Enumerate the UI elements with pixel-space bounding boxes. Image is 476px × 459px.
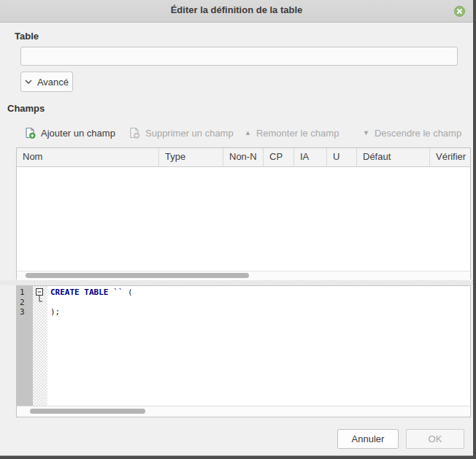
cancel-button[interactable]: Annuler (337, 429, 399, 449)
sql-editor-line-numbers: 1 2 3 (17, 286, 33, 406)
sql-editor-fold-margin (33, 286, 47, 406)
ok-label: OK (429, 433, 442, 444)
line-number: 3 (20, 307, 33, 317)
column-header-cp[interactable]: CP (264, 148, 294, 166)
fields-grid-body (17, 167, 470, 271)
document-plus-icon (24, 127, 36, 139)
fields-grid: Nom Type Non-N CP IA U Défaut Vérifier (16, 147, 471, 279)
fields-grid-hscrollbar (17, 271, 470, 280)
sql-editor-hscrollbar-thumb[interactable] (30, 409, 145, 414)
table-name-input[interactable] (20, 47, 458, 66)
dialog-title: Éditer la définition de la table (0, 4, 473, 15)
move-field-up-button[interactable]: ▲ Remonter le champ (245, 125, 339, 141)
column-header-nonnull[interactable]: Non-N (223, 148, 264, 166)
add-field-label: Ajouter un champ (41, 128, 115, 139)
remove-field-button[interactable]: Supprimer un champ (128, 125, 234, 141)
column-header-verifier[interactable]: Vérifier (430, 148, 470, 166)
add-field-button[interactable]: Ajouter un champ (24, 125, 115, 141)
line-number: 1 (20, 288, 33, 298)
move-field-down-button[interactable]: ▼ Descendre le champ (363, 125, 461, 141)
chevron-down-icon (25, 80, 32, 84)
fields-grid-hscrollbar-thumb[interactable] (26, 273, 249, 278)
sql-editor-hscrollbar (17, 406, 470, 417)
column-header-ia[interactable]: IA (294, 148, 327, 166)
fields-section-label: Champs (7, 103, 45, 114)
advanced-label: Avancé (37, 77, 69, 88)
triangle-down-icon: ▼ (363, 130, 369, 136)
splitter-handle[interactable] (0, 280, 473, 285)
table-name-label: Table (15, 31, 39, 42)
advanced-toggle-button[interactable]: Avancé (20, 72, 73, 92)
fields-grid-header: Nom Type Non-N CP IA U Défaut Vérifier (17, 148, 470, 167)
fold-minus-box-icon[interactable] (33, 286, 47, 308)
triangle-up-icon: ▲ (245, 130, 251, 136)
close-icon (457, 9, 462, 14)
document-minus-icon (128, 127, 140, 139)
sql-keyword: CREATE TABLE (50, 288, 108, 297)
titlebar[interactable]: Éditer la définition de la table (0, 0, 473, 23)
sql-editor-code-area[interactable]: CREATE TABLE `` ( ); (47, 286, 470, 406)
column-header-type[interactable]: Type (159, 148, 223, 166)
column-header-u[interactable]: U (327, 148, 357, 166)
column-header-nom[interactable]: Nom (17, 148, 159, 166)
column-header-defaut[interactable]: Défaut (357, 148, 430, 166)
move-field-down-label: Descendre le champ (375, 128, 461, 139)
line-number: 2 (20, 298, 33, 308)
sql-identifier-ticks: `` (108, 288, 128, 297)
sql-editor: 1 2 3 CREATE TABLE `` ( ); (16, 285, 471, 417)
remove-field-label: Supprimer un champ (145, 128, 234, 139)
close-button[interactable] (454, 6, 465, 17)
sql-open-paren: ( (128, 288, 133, 297)
ok-button[interactable]: OK (406, 429, 464, 449)
move-field-up-label: Remonter le champ (256, 128, 339, 139)
edit-table-definition-dialog: Éditer la définition de la table Table A… (0, 0, 473, 456)
sql-close-paren: ); (50, 307, 60, 317)
cancel-label: Annuler (352, 433, 385, 444)
